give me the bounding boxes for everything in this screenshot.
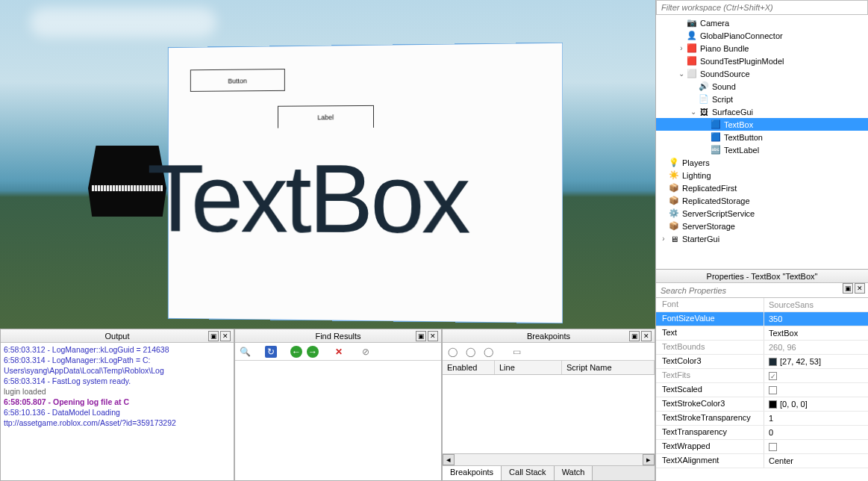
bp-delete-icon[interactable]: ◯ xyxy=(481,345,495,359)
tab-callstack[interactable]: Call Stack xyxy=(502,466,555,480)
property-row-text[interactable]: TextTextBox xyxy=(656,326,868,341)
find-next-icon[interactable]: → xyxy=(307,346,319,358)
explorer-filter-input[interactable] xyxy=(656,0,868,15)
properties-grid[interactable]: FontSourceSansFontSizeValue350TextTextBo… xyxy=(656,298,868,481)
find-dock-button[interactable]: ▣ xyxy=(416,331,426,341)
property-value[interactable]: 260, 96 xyxy=(764,341,868,354)
tree-item-soundtestpluginmodel[interactable]: 🟥SoundTestPluginModel xyxy=(656,55,868,67)
output-line: 6:58:03.314 - LogManager::kLogPath = C: xyxy=(4,355,231,365)
tree-item-replicatedfirst[interactable]: 📦ReplicatedFirst xyxy=(656,181,868,194)
color-swatch-icon xyxy=(769,358,777,366)
bp-new-icon[interactable]: ◯ xyxy=(446,345,459,359)
find-refresh-icon[interactable]: ↻ xyxy=(265,346,277,358)
properties-dock-button[interactable]: ▣ xyxy=(843,283,853,294)
tree-item-camera[interactable]: 📷Camera xyxy=(656,16,868,29)
tree-item-label: GlobalPianoConnector xyxy=(700,31,783,40)
properties-search-input[interactable] xyxy=(656,283,868,298)
property-value[interactable]: SourceSans xyxy=(764,298,868,311)
property-row-textfits[interactable]: TextFits xyxy=(656,369,868,383)
col-enabled[interactable]: Enabled xyxy=(443,361,495,374)
output-body[interactable]: 6:58:03.312 - LogManager::kLogGuid = 214… xyxy=(1,343,234,480)
tree-expand-icon[interactable]: › xyxy=(677,44,686,52)
property-row-texttransparency[interactable]: TextTransparency0 xyxy=(656,426,868,440)
property-name: TextStrokeColor3 xyxy=(656,397,764,411)
tree-item-textbox[interactable]: 🟦TextBox xyxy=(656,118,868,131)
find-clear-icon[interactable]: ✕ xyxy=(332,345,346,359)
property-row-textxalignment[interactable]: TextXAlignmentCenter xyxy=(656,454,868,468)
property-value[interactable]: 1 xyxy=(764,412,868,425)
tab-breakpoints[interactable]: Breakpoints xyxy=(443,466,502,480)
property-value[interactable] xyxy=(764,440,868,453)
property-value[interactable]: [27, 42, 53] xyxy=(764,355,868,368)
checkbox[interactable] xyxy=(769,372,777,380)
tree-item-script[interactable]: 📄Script xyxy=(656,93,868,105)
gui-textbox-preview[interactable]: TextBox xyxy=(147,142,468,255)
scroll-right-button[interactable]: ▸ xyxy=(643,454,655,465)
tree-item-serverscriptservice[interactable]: ⚙️ServerScriptService xyxy=(656,207,868,220)
property-row-textscaled[interactable]: TextScaled xyxy=(656,383,868,397)
breakpoints-hscroll[interactable]: ◂ ▸ xyxy=(443,453,655,465)
find-search-icon[interactable]: 🔍 xyxy=(238,345,252,359)
tree-item-lighting[interactable]: ☀️Lighting xyxy=(656,169,868,181)
bp-goto-icon[interactable]: ▭ xyxy=(510,345,523,359)
col-line[interactable]: Line xyxy=(495,361,562,374)
checkbox[interactable] xyxy=(769,443,777,451)
output-dock-button[interactable]: ▣ xyxy=(208,331,219,341)
output-line: 6:58:03.312 - LogManager::kLogGuid = 214… xyxy=(4,344,231,355)
property-row-textstrokecolor3[interactable]: TextStrokeColor3[0, 0, 0] xyxy=(656,397,868,412)
breakpoints-panel: Breakpoints ▣ ✕ ◯ ◯ ◯ ▭ Enabled Line Scr… xyxy=(442,329,655,481)
property-row-fontsizevalue[interactable]: FontSizeValue350 xyxy=(656,312,868,326)
tree-item-surfacegui[interactable]: ⌄🖼SurfaceGui xyxy=(656,105,868,118)
bp-toggle-icon[interactable]: ◯ xyxy=(463,345,477,359)
tree-item-icon: 🔤 xyxy=(710,144,722,156)
find-close-button[interactable]: ✕ xyxy=(428,331,438,341)
breakpoints-header[interactable]: Breakpoints ▣ ✕ xyxy=(443,329,655,343)
scroll-left-button[interactable]: ◂ xyxy=(443,454,455,465)
tree-item-textlabel[interactable]: 🔤TextLabel xyxy=(656,143,868,156)
tree-expand-icon[interactable]: ⌄ xyxy=(689,108,698,116)
tree-item-sound[interactable]: 🔊Sound xyxy=(656,80,868,93)
property-row-textbounds[interactable]: TextBounds260, 96 xyxy=(656,341,868,355)
property-value[interactable]: Center xyxy=(764,454,868,468)
tree-item-piano-bundle[interactable]: ›🟥Piano Bundle xyxy=(656,42,868,55)
tree-item-icon: 📦 xyxy=(668,195,680,207)
property-value[interactable]: TextBox xyxy=(764,326,868,340)
tree-item-replicatedstorage[interactable]: 📦ReplicatedStorage xyxy=(656,194,868,207)
col-script[interactable]: Script Name xyxy=(562,361,655,374)
breakpoints-dock-button[interactable]: ▣ xyxy=(629,331,640,341)
checkbox[interactable] xyxy=(769,386,777,394)
tab-watch[interactable]: Watch xyxy=(555,466,593,480)
tree-item-globalpianoconnector[interactable]: 👤GlobalPianoConnector xyxy=(656,29,868,42)
tree-expand-icon[interactable]: ⌄ xyxy=(677,69,686,78)
tree-item-startergui[interactable]: ›🖥StarterGui xyxy=(656,232,868,245)
tree-item-textbutton[interactable]: 🟦TextButton xyxy=(656,131,868,143)
find-header[interactable]: Find Results ▣ ✕ xyxy=(235,329,441,343)
find-body[interactable] xyxy=(235,361,441,480)
breakpoints-close-button[interactable]: ✕ xyxy=(641,331,652,341)
tree-item-players[interactable]: 💡Players xyxy=(656,156,868,169)
property-row-textcolor3[interactable]: TextColor3[27, 42, 53] xyxy=(656,355,868,369)
output-close-button[interactable]: ✕ xyxy=(220,331,231,341)
explorer-tree[interactable]: 📷Camera👤GlobalPianoConnector›🟥Piano Bund… xyxy=(656,15,868,269)
property-row-textwrapped[interactable]: TextWrapped xyxy=(656,440,868,454)
property-value[interactable] xyxy=(764,369,868,382)
tree-item-icon: 🟥 xyxy=(686,55,698,67)
find-prev-icon[interactable]: ← xyxy=(290,346,302,358)
property-row-font[interactable]: FontSourceSans xyxy=(656,298,868,312)
properties-header[interactable]: Properties - TextBox "TextBox" ▣ ✕ xyxy=(656,270,868,283)
properties-close-button[interactable]: ✕ xyxy=(855,283,865,294)
viewport-3d[interactable]: Button Label TextBox xyxy=(0,0,655,329)
surface-gui-preview[interactable]: Button Label TextBox xyxy=(168,43,563,324)
tree-expand-icon[interactable]: › xyxy=(659,235,668,243)
gui-button-preview[interactable]: Button xyxy=(190,69,285,92)
tree-item-serverstorage[interactable]: 📦ServerStorage xyxy=(656,220,868,232)
find-stop-icon[interactable]: ⊘ xyxy=(359,345,372,359)
output-header[interactable]: Output ▣ ✕ xyxy=(1,329,234,343)
property-value[interactable] xyxy=(764,383,868,397)
property-value[interactable]: 0 xyxy=(764,426,868,439)
property-value[interactable]: 350 xyxy=(764,312,868,326)
property-value[interactable]: [0, 0, 0] xyxy=(764,397,868,411)
property-row-textstroketransparency[interactable]: TextStrokeTransparency1 xyxy=(656,412,868,426)
tree-item-soundsource[interactable]: ⌄⬜SoundSource xyxy=(656,67,868,80)
breakpoints-body[interactable] xyxy=(443,375,655,453)
